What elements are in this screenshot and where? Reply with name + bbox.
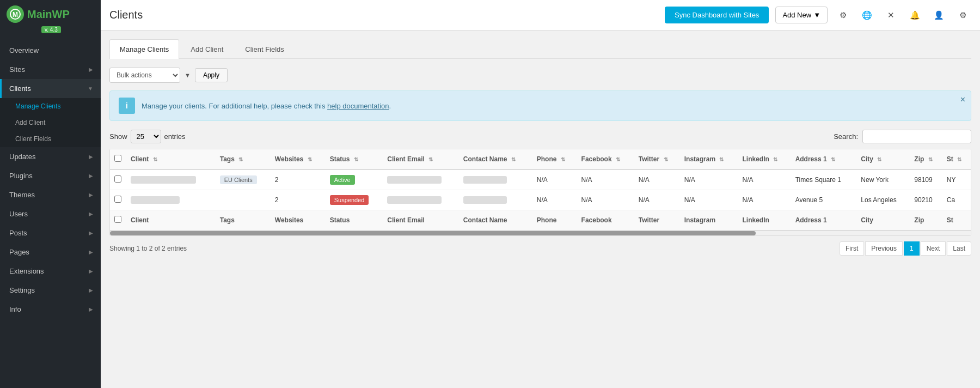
tab-client-fields[interactable]: Client Fields xyxy=(235,39,295,59)
email-redacted xyxy=(387,176,442,184)
row-facebook: N/A xyxy=(577,190,634,210)
chevron-right-icon: ▶ xyxy=(89,154,93,160)
footer-col-instagram: Instagram xyxy=(680,210,738,231)
logo-icon: M xyxy=(7,5,24,23)
sort-icon: ⇅ xyxy=(354,156,358,162)
status-badge: Suspended xyxy=(330,195,369,205)
col-tags[interactable]: Tags ⇅ xyxy=(216,149,271,169)
col-zip[interactable]: Zip ⇅ xyxy=(910,149,942,169)
first-page-button[interactable]: First xyxy=(840,241,864,256)
sidebar-item-plugins[interactable]: Plugins ▶ xyxy=(0,166,101,185)
footer-col-websites: Websites xyxy=(271,210,326,231)
settings-gear-icon[interactable]: ⚙ xyxy=(954,7,971,24)
sidebar-item-extensions[interactable]: Extensions ▶ xyxy=(0,262,101,281)
row-checkbox-cell[interactable] xyxy=(110,190,126,210)
row-websites: 2 xyxy=(271,169,326,190)
sidebar-item-label: Sites xyxy=(9,65,25,74)
row-checkbox[interactable] xyxy=(114,196,121,203)
sidebar-item-label: Clients xyxy=(9,84,31,93)
previous-page-button[interactable]: Previous xyxy=(865,241,903,256)
close-icon[interactable]: × xyxy=(960,95,965,104)
bell-icon[interactable]: 🔔 xyxy=(906,7,923,24)
row-tags xyxy=(216,190,271,210)
col-websites[interactable]: Websites ⇅ xyxy=(271,149,326,169)
col-facebook[interactable]: Facebook ⇅ xyxy=(577,149,634,169)
footer-col-zip: Zip xyxy=(910,210,942,231)
sort-icon: ⇅ xyxy=(616,156,620,162)
tab-add-client[interactable]: Add Client xyxy=(180,39,234,59)
sidebar-subitem-client-fields[interactable]: Client Fields xyxy=(0,131,101,147)
col-status[interactable]: Status ⇅ xyxy=(326,149,383,169)
row-client xyxy=(126,169,216,190)
col-city[interactable]: City ⇅ xyxy=(856,149,910,169)
col-instagram[interactable]: Instagram ⇅ xyxy=(680,149,738,169)
select-all-footer-checkbox[interactable] xyxy=(114,216,121,223)
tabs-bar: Manage Clients Add Client Client Fields xyxy=(109,39,971,59)
sort-icon: ⇅ xyxy=(428,156,433,162)
row-address1: Avenue 5 xyxy=(791,190,857,210)
user-icon[interactable]: 👤 xyxy=(930,7,947,24)
last-page-button[interactable]: Last xyxy=(947,241,971,256)
row-checkbox-cell[interactable] xyxy=(110,169,126,190)
entries-per-page-select[interactable]: 25 10 50 100 xyxy=(131,130,161,143)
logo-text: MainWP xyxy=(27,8,70,21)
chevron-right-icon: ▶ xyxy=(89,192,93,198)
sidebar-item-overview[interactable]: Overview xyxy=(0,41,101,60)
col-address1[interactable]: Address 1 ⇅ xyxy=(791,149,857,169)
sidebar-subitem-add-client[interactable]: Add Client xyxy=(0,114,101,131)
row-tags: EU Clients xyxy=(216,169,271,190)
contact-redacted xyxy=(463,196,507,204)
globe-icon[interactable]: 🌐 xyxy=(858,7,875,24)
close-circle-icon[interactable]: ✕ xyxy=(882,7,899,24)
col-client-email[interactable]: Client Email ⇅ xyxy=(383,149,459,169)
apply-button[interactable]: Apply xyxy=(195,68,228,82)
row-city: Los Angeles xyxy=(856,190,910,210)
add-new-button[interactable]: Add New ▼ xyxy=(775,7,828,23)
gear-icon[interactable]: ⚙ xyxy=(834,7,852,24)
help-documentation-link[interactable]: help documentation xyxy=(327,102,389,110)
info-banner-text: Manage your clients. For additional help… xyxy=(142,102,391,110)
pagination-info: Showing 1 to 2 of 2 entries xyxy=(109,245,187,252)
tab-manage-clients[interactable]: Manage Clients xyxy=(109,39,179,59)
table-scrollbar[interactable] xyxy=(110,231,971,235)
pagination-bar: Showing 1 to 2 of 2 entries First Previo… xyxy=(109,241,971,256)
sidebar-item-label: Users xyxy=(9,210,28,218)
sidebar-item-settings[interactable]: Settings ▶ xyxy=(0,281,101,300)
row-checkbox[interactable] xyxy=(114,175,121,183)
sidebar-item-sites[interactable]: Sites ▶ xyxy=(0,60,101,79)
sidebar-item-pages[interactable]: Pages ▶ xyxy=(0,242,101,262)
row-phone: N/A xyxy=(532,169,577,190)
sort-icon: ⇅ xyxy=(238,156,243,162)
row-linkedin: N/A xyxy=(738,190,791,210)
page-title: Clients xyxy=(109,9,658,21)
page-1-button[interactable]: 1 xyxy=(904,241,920,256)
sidebar-item-updates[interactable]: Updates ▶ xyxy=(0,147,101,166)
sidebar-item-clients[interactable]: Clients ▼ xyxy=(0,79,101,98)
footer-col-tags: Tags xyxy=(216,210,271,231)
col-state[interactable]: St ⇅ xyxy=(942,149,971,169)
table-row: EU Clients 2 Active N/A N/A N/A N/A N/A … xyxy=(110,169,971,190)
sync-dashboard-button[interactable]: Sync Dashboard with Sites xyxy=(665,7,769,23)
sidebar-item-info[interactable]: Info ▶ xyxy=(0,300,101,319)
sidebar-item-users[interactable]: Users ▶ xyxy=(0,204,101,223)
col-phone[interactable]: Phone ⇅ xyxy=(532,149,577,169)
sidebar-item-themes[interactable]: Themes ▶ xyxy=(0,185,101,204)
chevron-down-icon: ▼ xyxy=(813,11,820,19)
row-status: Suspended xyxy=(326,190,383,210)
select-all-checkbox[interactable] xyxy=(114,155,121,162)
col-contact-name[interactable]: Contact Name ⇅ xyxy=(459,149,532,169)
select-all-footer[interactable] xyxy=(110,210,126,231)
sidebar-subitem-manage-clients[interactable]: Manage Clients xyxy=(0,98,101,114)
info-icon: i xyxy=(119,98,135,114)
select-all-header[interactable] xyxy=(110,149,126,169)
col-linkedin[interactable]: LinkedIn ⇅ xyxy=(738,149,791,169)
search-input[interactable] xyxy=(862,130,971,143)
col-client[interactable]: Client ⇅ xyxy=(126,149,216,169)
next-page-button[interactable]: Next xyxy=(921,241,946,256)
col-twitter[interactable]: Twitter ⇅ xyxy=(634,149,680,169)
bulk-actions-select[interactable]: Bulk actions xyxy=(109,68,180,83)
topbar: Clients Sync Dashboard with Sites Add Ne… xyxy=(101,0,980,31)
sort-icon: ⇅ xyxy=(957,156,961,162)
client-name-redacted xyxy=(131,176,196,184)
sidebar-item-posts[interactable]: Posts ▶ xyxy=(0,223,101,242)
